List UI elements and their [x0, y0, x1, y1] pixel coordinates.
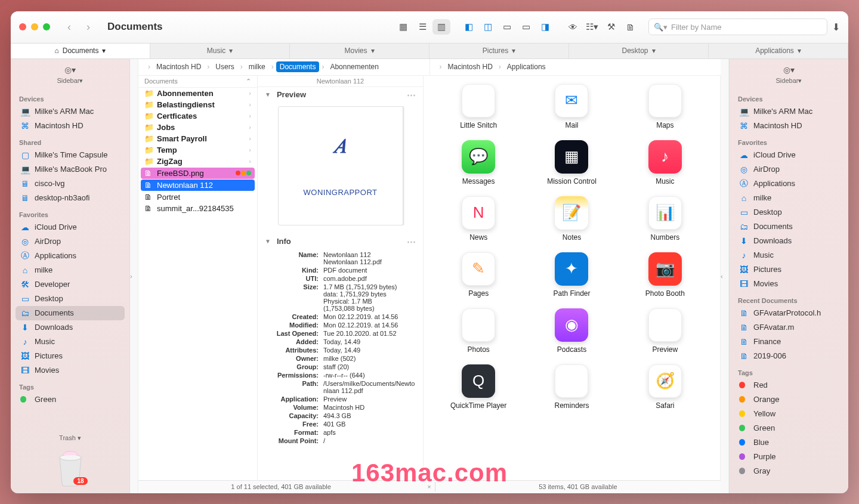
- sidebar-item[interactable]: ♪Music: [16, 335, 125, 349]
- breadcrumb-item[interactable]: Documents: [276, 61, 320, 72]
- panel-layout-4[interactable]: ▭: [517, 19, 535, 35]
- sidebar-item[interactable]: 🛠Developer: [16, 277, 125, 292]
- sidebar-target-icon[interactable]: ◎▾: [734, 63, 843, 77]
- sidebar-item[interactable]: ♪Music: [734, 248, 843, 262]
- app-item[interactable]: 📊Numbers: [621, 196, 709, 242]
- app-item[interactable]: ▦Mission Control: [527, 140, 616, 185]
- breadcrumb-item[interactable]: Macintosh HD: [153, 61, 205, 72]
- sidebar-item[interactable]: 🖥desktop-nb3aofi: [16, 191, 125, 205]
- sidebar-item[interactable]: ◎AirDrop: [16, 234, 125, 249]
- app-item[interactable]: 📝Notes: [527, 196, 616, 242]
- more-icon[interactable]: ⋯: [407, 89, 416, 100]
- panel-layout-3[interactable]: ▭: [498, 19, 516, 35]
- sidebar-item[interactable]: 🎞Movies: [16, 363, 125, 378]
- trash-label[interactable]: Trash ▾: [16, 434, 125, 442]
- sidebar-item[interactable]: ⌂milke: [16, 263, 125, 277]
- disclosure-triangle-icon[interactable]: ▼: [265, 91, 271, 98]
- sidebar-item[interactable]: Yellow: [734, 407, 843, 421]
- app-item[interactable]: ✎Pages: [434, 252, 523, 298]
- sidebar-item[interactable]: ⌘Macintosh HD: [16, 119, 125, 133]
- more-icon[interactable]: ⋯: [407, 236, 416, 247]
- icon-view-button[interactable]: ▦: [394, 19, 412, 35]
- sidebar-item[interactable]: 🎞Movies: [734, 277, 843, 291]
- back-button[interactable]: ‹: [61, 18, 78, 35]
- file-row[interactable]: 🗎Portret: [138, 191, 257, 203]
- breadcrumb-item[interactable]: Macintosh HD: [444, 61, 496, 72]
- app-item[interactable]: ☰Reminders: [527, 364, 616, 410]
- list-view-button[interactable]: ☰: [413, 19, 431, 35]
- sidebar-item[interactable]: ⌂milke: [734, 191, 843, 205]
- file-row[interactable]: 📁Abonnementen›: [138, 88, 257, 99]
- sidebar-item[interactable]: ⌘Macintosh HD: [734, 119, 843, 133]
- sidebar-item[interactable]: ⒶApplications: [16, 249, 125, 263]
- file-row[interactable]: 📁Belastingdienst›: [138, 99, 257, 110]
- sidebar-item[interactable]: 🗎2019-006: [734, 349, 843, 363]
- app-item[interactable]: 🧭Safari: [621, 364, 709, 410]
- tab-documents[interactable]: ⌂Documents ▾: [11, 44, 150, 58]
- file-row[interactable]: 🗎Newtonlaan 112: [141, 180, 255, 191]
- tab-pictures[interactable]: Pictures ▾: [430, 44, 569, 58]
- sidebar-item[interactable]: ▭Desktop: [16, 292, 125, 306]
- app-item[interactable]: ✦Path Finder: [527, 252, 616, 298]
- tab-desktop[interactable]: Desktop ▾: [569, 44, 709, 58]
- sidebar-item[interactable]: Gray: [734, 464, 843, 478]
- sidebar-dropdown[interactable]: Sidebar ▾: [734, 77, 843, 85]
- sidebar-item[interactable]: Purple: [734, 450, 843, 464]
- info-section-title[interactable]: ▼Info⋯: [265, 236, 416, 247]
- search-input[interactable]: 🔍▾ Filter by Name: [648, 18, 827, 35]
- sidebar-item[interactable]: Green: [16, 392, 125, 407]
- sidebar-item[interactable]: Orange: [734, 392, 843, 407]
- app-item[interactable]: 💬Messages: [434, 140, 523, 185]
- column-header[interactable]: Documents ⌃: [138, 76, 257, 88]
- tab-movies[interactable]: Movies ▾: [290, 44, 430, 58]
- app-item[interactable]: NNews: [434, 196, 523, 242]
- sidebar-item[interactable]: ⬇Downloads: [16, 320, 125, 335]
- app-item[interactable]: 📷Photo Booth: [621, 252, 709, 298]
- left-collapse-handle[interactable]: ›: [130, 59, 138, 493]
- file-row[interactable]: 🗎FreeBSD.png: [141, 168, 255, 179]
- sidebar-item[interactable]: 🗎GFAvatarProtocol.h: [734, 306, 843, 320]
- app-item[interactable]: ✉Mail: [527, 84, 616, 129]
- sidebar-item[interactable]: 🗎Finance: [734, 335, 843, 349]
- breadcrumb-item[interactable]: Users: [212, 61, 237, 72]
- app-item[interactable]: ✿Photos: [434, 308, 523, 354]
- preview-thumbnail[interactable]: 𝐴 WONINGRAPPORT: [278, 106, 403, 225]
- breadcrumb-item[interactable]: milke: [245, 61, 269, 72]
- sidebar-item[interactable]: Green: [734, 421, 843, 435]
- sidebar-item[interactable]: ☁iCloud Drive: [734, 148, 843, 162]
- panel-layout-5[interactable]: ◨: [536, 19, 554, 35]
- tab-music[interactable]: Music ▾: [150, 44, 290, 58]
- app-item[interactable]: ◉Podcasts: [527, 308, 616, 354]
- breadcrumb-item[interactable]: Abonnementen: [326, 61, 382, 72]
- sidebar-item[interactable]: ▭Desktop: [734, 205, 843, 219]
- trash-icon[interactable]: 18: [50, 446, 91, 487]
- sidebar-item[interactable]: 🗂Documents: [16, 306, 125, 320]
- file-row[interactable]: 📁Smart Payroll›: [138, 133, 257, 144]
- app-item[interactable]: QQuickTime Player: [434, 364, 523, 410]
- maximize-button[interactable]: [43, 23, 50, 30]
- preview-section-title[interactable]: ▼Preview⋯: [265, 89, 416, 100]
- sidebar-item[interactable]: 🖥cisco-lvg: [16, 177, 125, 191]
- sidebar-item[interactable]: 🗎GFAvatar.m: [734, 320, 843, 335]
- sidebar-item[interactable]: ▢Milke's Time Capsule: [16, 148, 125, 162]
- breadcrumb-item[interactable]: Applications: [503, 61, 549, 72]
- close-button[interactable]: [19, 23, 26, 30]
- sort-chevron-icon[interactable]: ⌃: [246, 78, 251, 85]
- tab-applications[interactable]: Applications ▾: [709, 44, 848, 58]
- disclosure-triangle-icon[interactable]: ▼: [265, 238, 271, 245]
- sidebar-item[interactable]: Red: [734, 378, 843, 392]
- sidebar-item[interactable]: 🗂Documents: [734, 219, 843, 234]
- panel-layout-2[interactable]: ◫: [479, 19, 497, 35]
- arrange-icon[interactable]: ☷▾: [583, 19, 601, 35]
- file-row[interactable]: 🗎summit_ar...92184535: [138, 203, 257, 214]
- sidebar-item[interactable]: 💻Milke's MacBook Pro: [16, 162, 125, 177]
- sidebar-target-icon[interactable]: ◎▾: [16, 63, 125, 77]
- preview-icon[interactable]: 👁: [564, 19, 582, 35]
- forward-button[interactable]: ›: [80, 18, 97, 35]
- sidebar-item[interactable]: ⬇Downloads: [734, 234, 843, 248]
- sidebar-item[interactable]: 💻Milke's ARM Mac: [734, 104, 843, 119]
- sidebar-item[interactable]: ⒶApplications: [734, 177, 843, 191]
- sidebar-item[interactable]: Blue: [734, 435, 843, 450]
- doc-icon[interactable]: 🗎: [621, 19, 639, 35]
- file-row[interactable]: 📁Certficates›: [138, 110, 257, 122]
